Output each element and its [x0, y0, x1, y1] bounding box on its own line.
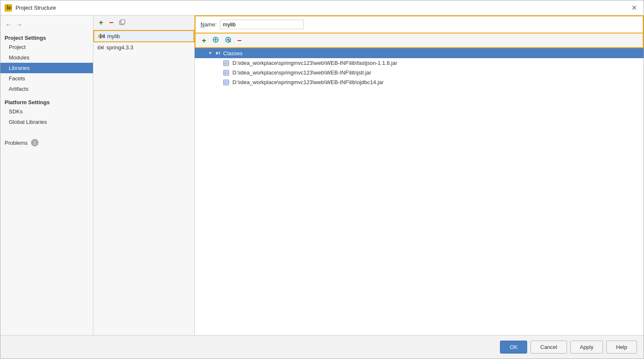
tree-row-jstl[interactable]: D:\idea_workplace\springmvc123\web\WEB-I…	[195, 68, 644, 77]
tree-row-ojdbc[interactable]: D:\idea_workplace\springmvc123\web\WEB-I…	[195, 77, 644, 87]
tree-area: Classes D:\idea_workp	[195, 48, 644, 335]
copy-library-button[interactable]	[117, 18, 127, 27]
nav-forward-button[interactable]: →	[15, 21, 24, 29]
add-library-button[interactable]: +	[97, 18, 106, 27]
svg-rect-27	[225, 82, 226, 84]
name-label: Name:	[201, 21, 216, 28]
project-structure-dialog: Project Structure ✕ ← → Project Settings…	[0, 0, 644, 359]
library-list-panel: + − mylib	[93, 15, 195, 335]
library-toolbar: + −	[93, 15, 194, 30]
main-content: ← → Project Settings Project Modules Lib…	[0, 15, 644, 335]
svg-rect-14	[216, 52, 218, 54]
svg-rect-19	[225, 63, 226, 64]
sidebar-item-modules[interactable]: Modules	[0, 52, 93, 63]
svg-rect-23	[225, 73, 226, 74]
svg-rect-16	[219, 54, 220, 54]
problems-badge: 1	[31, 139, 39, 146]
detail-toolbar: + −	[195, 33, 644, 48]
library-icon-spring	[98, 45, 104, 50]
app-icon	[5, 4, 12, 12]
jstl-path: D:\idea_workplace\springmvc123\web\WEB-I…	[232, 69, 371, 76]
tree-row-fastjson[interactable]: D:\idea_workplace\springmvc123\web\WEB-I…	[195, 58, 644, 68]
close-button[interactable]: ✕	[629, 4, 639, 12]
sidebar-nav: ← →	[0, 19, 93, 31]
sidebar-item-artifacts[interactable]: Artifacts	[0, 84, 93, 94]
classes-label: Classes	[223, 50, 242, 56]
title-bar-left: Project Structure	[5, 4, 56, 12]
tree-arrow-classes[interactable]	[207, 50, 213, 56]
sidebar: ← → Project Settings Project Modules Lib…	[0, 15, 93, 335]
svg-rect-24	[227, 73, 228, 73]
remove-library-button[interactable]: −	[107, 18, 116, 27]
sidebar-item-project[interactable]: Project	[0, 42, 93, 52]
jar-icon-jstl	[223, 70, 229, 76]
svg-rect-15	[219, 52, 220, 53]
svg-rect-1	[7, 5, 8, 10]
classes-icon	[215, 50, 222, 56]
svg-rect-3	[10, 6, 11, 10]
sidebar-item-facets[interactable]: Facets	[0, 73, 93, 84]
svg-rect-0	[5, 6, 7, 10]
svg-rect-2	[9, 7, 10, 10]
ok-button[interactable]: OK	[500, 341, 527, 354]
tree-row-classes[interactable]: Classes	[195, 48, 644, 58]
name-bar: Name:	[195, 15, 644, 33]
svg-rect-20	[227, 63, 228, 64]
ojdbc-path: D:\idea_workplace\springmvc123\web\WEB-I…	[232, 79, 384, 85]
library-name-spring: spring4.3.3	[106, 44, 133, 51]
library-item-spring[interactable]: spring4.3.3	[93, 42, 194, 53]
svg-rect-21	[224, 71, 228, 74]
svg-rect-28	[227, 82, 228, 83]
sidebar-item-global-libraries[interactable]: Global Libraries	[0, 117, 93, 127]
platform-settings-label: Platform Settings	[0, 94, 93, 106]
sidebar-item-libraries[interactable]: Libraries	[0, 63, 93, 73]
detail-panel: Name: +	[195, 15, 644, 335]
jar-icon-fastjson	[223, 60, 229, 66]
dialog-title: Project Structure	[15, 5, 56, 11]
project-settings-label: Project Settings	[0, 32, 93, 42]
apply-button[interactable]: Apply	[570, 341, 603, 354]
jar-icon-ojdbc	[223, 79, 229, 85]
sidebar-item-sdks[interactable]: SDKs	[0, 106, 93, 117]
add-source-button[interactable]	[210, 36, 221, 45]
svg-rect-17	[224, 61, 228, 65]
library-item-mylib[interactable]: mylib	[93, 30, 194, 42]
problems-row[interactable]: Problems 1	[0, 136, 93, 150]
cancel-button[interactable]: Cancel	[531, 341, 567, 354]
bottom-bar: OK Cancel Apply Help	[0, 335, 644, 359]
library-name-mylib: mylib	[107, 33, 120, 39]
svg-rect-5	[121, 20, 125, 24]
add-javadoc-button[interactable]	[223, 36, 234, 45]
title-bar: Project Structure ✕	[0, 0, 644, 15]
library-list: mylib spring4.3.3	[93, 30, 194, 335]
svg-rect-25	[224, 80, 228, 84]
fastjson-path: D:\idea_workplace\springmvc123\web\WEB-I…	[232, 60, 397, 66]
library-icon-mylib	[98, 34, 105, 38]
problems-label: Problems	[5, 140, 28, 146]
remove-item-button[interactable]: −	[235, 36, 244, 45]
name-input[interactable]	[220, 20, 304, 29]
nav-back-button[interactable]: ←	[4, 21, 13, 29]
help-button[interactable]: Help	[606, 341, 637, 354]
add-class-button[interactable]: +	[200, 36, 209, 45]
